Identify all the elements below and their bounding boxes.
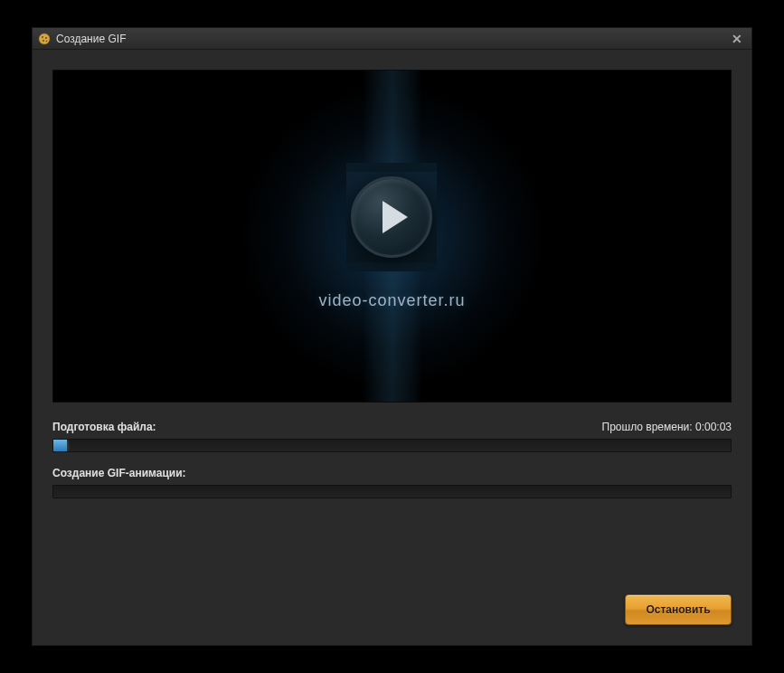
window-title: Создание GIF — [56, 33, 728, 45]
app-icon — [38, 33, 51, 45]
progress-prepare-bar — [52, 439, 732, 452]
svg-point-0 — [39, 33, 50, 44]
svg-point-3 — [43, 40, 44, 42]
svg-point-1 — [42, 36, 43, 38]
dialog-window: Создание GIF ✕ video-converter.ru — [32, 27, 752, 646]
progress-prepare-header: Подготовка файла: Прошло времени: 0:00:0… — [52, 421, 732, 433]
preview-area: video-converter.ru — [52, 70, 732, 403]
progress-prepare-label: Подготовка файла: — [52, 421, 156, 433]
dialog-content: video-converter.ru Подготовка файла: Про… — [33, 50, 751, 645]
elapsed-value: 0:00:03 — [695, 421, 732, 433]
button-area: Остановить — [52, 558, 732, 625]
progress-create-label: Создание GIF-анимации: — [52, 467, 186, 479]
titlebar: Создание GIF ✕ — [33, 28, 751, 50]
outer-frame: Создание GIF ✕ video-converter.ru — [0, 0, 784, 673]
progress-section: Подготовка файла: Прошло времени: 0:00:0… — [52, 421, 732, 513]
progress-create-header: Создание GIF-анимации: — [52, 467, 732, 479]
play-icon — [351, 176, 432, 258]
stop-button[interactable]: Остановить — [625, 594, 732, 625]
brand-text: video-converter.ru — [318, 291, 465, 310]
filmstrip-icon — [346, 163, 437, 271]
svg-point-4 — [46, 40, 48, 42]
progress-prepare-row: Подготовка файла: Прошло времени: 0:00:0… — [52, 421, 732, 452]
elapsed-label: Прошло времени: — [602, 421, 693, 433]
progress-elapsed-time: Прошло времени: 0:00:03 — [602, 421, 732, 433]
progress-create-row: Создание GIF-анимации: — [52, 467, 732, 498]
close-button[interactable]: ✕ — [728, 30, 746, 48]
progress-create-bar — [52, 485, 732, 498]
progress-prepare-fill — [53, 440, 67, 451]
svg-point-2 — [45, 37, 47, 39]
